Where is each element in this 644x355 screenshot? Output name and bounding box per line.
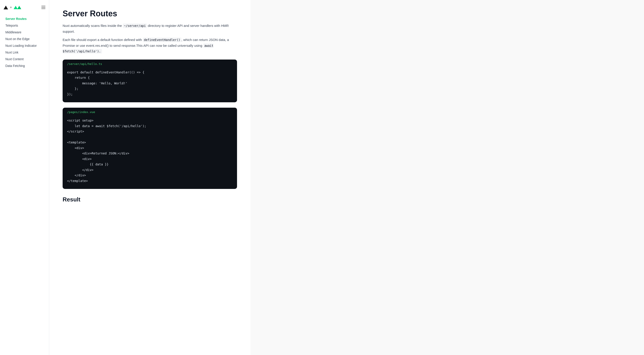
code-block-1: /server/api/hello.ts export default defi… (62, 60, 237, 103)
sidebar-item-nuxt-link[interactable]: Nuxt Link (4, 49, 46, 56)
desc2-before: Each file should export a default functi… (62, 38, 143, 42)
desc2-code1: defineEventHandler() (143, 38, 182, 42)
nuxt-triangle-black-icon (4, 6, 8, 10)
desc1-before: Nuxt automatically scans files inside th… (62, 24, 123, 28)
hamburger-line-1 (41, 6, 46, 6)
sidebar-header: + (4, 5, 46, 10)
sidebar-item-middleware[interactable]: Middleware (4, 29, 46, 35)
page-title: Server Routes (62, 9, 237, 18)
sidebar: + Server RoutesTeleportsMiddlewareNuxt o… (0, 0, 49, 355)
logo-plus-icon: + (10, 5, 12, 10)
sidebar-item-nuxt-on-the-edge[interactable]: Nuxt on the Edge (4, 36, 46, 42)
hamburger-line-3 (41, 9, 46, 9)
nuxt-logo-icon (14, 6, 21, 9)
sidebar-item-nuxt-content[interactable]: Nuxt Content (4, 56, 46, 62)
hamburger-menu-button[interactable] (41, 6, 46, 9)
description-1: Nuxt automatically scans files inside th… (62, 23, 237, 34)
nav-list: Server RoutesTeleportsMiddlewareNuxt on … (4, 16, 46, 69)
sidebar-item-server-routes[interactable]: Server Routes (4, 16, 46, 22)
nuxt-tri-2-icon (17, 6, 21, 9)
code-filename-2: /pages/index.vue (62, 108, 237, 116)
code-content-1: export default defineEventHandler(() => … (62, 67, 237, 103)
code-block-2: /pages/index.vue <script setup> let data… (62, 108, 237, 189)
code-filename-1: /server/api/hello.ts (62, 60, 237, 67)
sidebar-item-nuxt-loading-indicator[interactable]: Nuxt Loading Indicator (4, 43, 46, 49)
sidebar-item-data-fetching[interactable]: Data Fetching (4, 63, 46, 69)
hamburger-line-2 (41, 7, 46, 8)
logo-area: + (4, 5, 21, 10)
code-content-2: <script setup> let data = await $fetch('… (62, 116, 237, 189)
main-content: Server Routes Nuxt automatically scans f… (49, 0, 250, 355)
desc1-code: ~/server/api (123, 24, 147, 28)
description-2: Each file should export a default functi… (62, 37, 237, 54)
sidebar-item-teleports[interactable]: Teleports (4, 22, 46, 29)
result-title: Result (62, 196, 237, 203)
